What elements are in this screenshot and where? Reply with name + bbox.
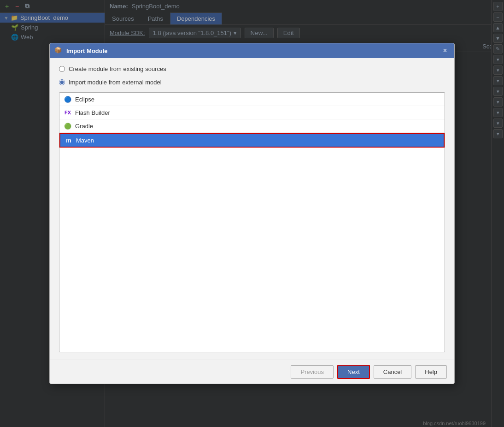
model-list[interactable]: 🔵 Eclipse FX Flash Builder 🟢 Gradle m Ma… [59,92,445,352]
list-item-gradle[interactable]: 🟢 Gradle [59,119,445,133]
maven-label: Maven [76,137,94,144]
help-button[interactable]: Help [415,365,447,379]
watermark: blog.csdn.net/ruobi9630199 [423,421,486,426]
next-button[interactable]: Next [337,365,370,379]
maven-icon: m [65,136,72,144]
radio-existing-input[interactable] [59,66,65,72]
modal-footer: Previous Next Cancel Help [50,360,454,384]
dialog-close-button[interactable]: × [440,46,450,55]
previous-button[interactable]: Previous [291,365,334,379]
modal-body: Create module from existing sources Impo… [50,58,454,360]
list-item-flash-builder[interactable]: FX Flash Builder [59,106,445,119]
flash-builder-label: Flash Builder [75,109,110,116]
dialog-title-icon: 📦 [54,47,63,55]
modal-overlay: 📦 Import Module × Create module from exi… [0,0,504,427]
gradle-label: Gradle [75,123,93,130]
radio-existing-option[interactable]: Create module from existing sources [59,65,445,72]
ide-background: + − ⧉ ▼ 📁 SpringBoot_demo 🌱 Spring 🌐 Web… [0,0,504,427]
modal-titlebar: 📦 Import Module × [50,43,454,58]
import-module-dialog: 📦 Import Module × Create module from exi… [49,43,455,384]
flash-builder-icon: FX [64,109,71,116]
gradle-icon: 🟢 [64,122,71,130]
eclipse-icon: 🔵 [64,95,71,103]
dialog-title-text: Import Module [66,47,108,54]
radio-existing-label: Create module from existing sources [69,65,166,72]
modal-title-left: 📦 Import Module [54,47,108,55]
radio-external-option[interactable]: Import module from external model [59,79,445,86]
eclipse-label: Eclipse [75,96,94,103]
list-item-eclipse[interactable]: 🔵 Eclipse [59,93,445,106]
cancel-button[interactable]: Cancel [374,365,411,379]
list-item-maven[interactable]: m Maven [59,133,445,148]
radio-external-label: Import module from external model [69,79,162,86]
radio-external-input[interactable] [59,79,65,85]
